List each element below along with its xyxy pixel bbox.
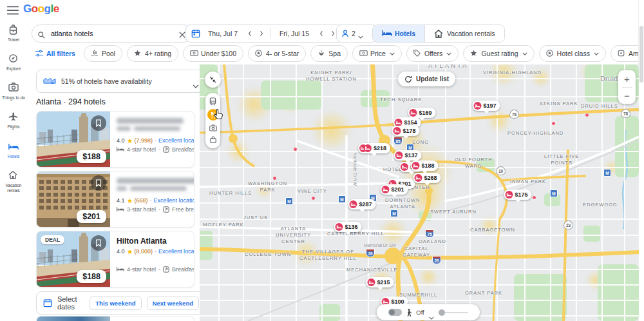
next-weekend-button[interactable]: Next weekend xyxy=(147,297,199,310)
tab-vacation-rentals[interactable]: Vacation rentals xyxy=(424,25,504,42)
google-logo[interactable]: Google xyxy=(23,3,59,15)
tab-hotels[interactable]: Hotels xyxy=(373,25,424,42)
checkin-next-icon[interactable] xyxy=(257,29,266,38)
metro-station-icon[interactable]: M xyxy=(603,169,611,177)
map-price-marker[interactable]: $175 xyxy=(504,190,531,200)
filter-chip-price[interactable]: Price xyxy=(352,45,402,62)
metro-station-icon[interactable]: M xyxy=(390,209,398,217)
sidebar-item-explore[interactable]: Explore xyxy=(0,54,27,72)
location-link[interactable]: Excellent location xyxy=(158,248,194,255)
map-price-marker[interactable]: $215 xyxy=(366,277,393,287)
hotel-marker-icon xyxy=(412,162,419,170)
caret-down-icon[interactable] xyxy=(429,311,434,314)
partial-hotel-card[interactable] xyxy=(36,316,194,321)
review-count[interactable]: (7,998) xyxy=(135,137,153,144)
zoom-slider[interactable] xyxy=(439,312,468,313)
hotel-dot-marker[interactable] xyxy=(585,113,589,117)
pegman-icon[interactable] xyxy=(406,308,412,316)
hotel-dot-marker[interactable] xyxy=(293,147,298,151)
review-count[interactable]: (8,000) xyxy=(135,248,153,255)
hotel-photo[interactable]: $188 xyxy=(37,112,110,167)
map-price-marker[interactable]: $287 xyxy=(348,199,375,209)
hotel-marker-icon xyxy=(409,109,417,117)
search-input[interactable] xyxy=(50,29,174,38)
availability-banner[interactable]: 51% of hotels have availability xyxy=(36,70,206,93)
sidebar-item-flights[interactable]: Flights xyxy=(0,112,27,130)
circlestar-icon xyxy=(255,50,263,57)
search-box[interactable] xyxy=(32,24,192,43)
map-price-marker[interactable]: $137 xyxy=(393,150,421,160)
date-range-picker[interactable]: Thu, Jul 7 Fri, Jul 15 xyxy=(185,24,343,43)
sidebar-item-vacation-rentals[interactable]: Vacation rentals xyxy=(0,170,27,193)
map-price-marker[interactable]: $201 xyxy=(380,184,408,195)
map-price-marker[interactable]: $188 xyxy=(410,160,438,171)
update-list-button[interactable]: Update list xyxy=(398,72,455,86)
marker-price: $215 xyxy=(377,279,390,286)
filter-chip-hotel-class[interactable]: Hotel class xyxy=(539,45,606,62)
street-view-toggle[interactable] xyxy=(388,309,402,316)
hotel-name[interactable]: Hilton Atlanta xyxy=(117,237,187,246)
guests-selector[interactable]: 2 xyxy=(336,24,377,43)
zoom-out-button[interactable]: − xyxy=(618,88,636,104)
checkin-date[interactable]: Thu, Jul 7 xyxy=(203,30,243,37)
checkin-prev-icon[interactable] xyxy=(245,29,254,38)
hotel-marker-icon xyxy=(367,278,375,286)
bookmark-button[interactable] xyxy=(91,115,106,131)
select-dates-bar: Select dates This weekend Next weekend xyxy=(36,291,206,315)
sidebar-item-hotels[interactable]: Hotels xyxy=(0,141,27,159)
zoom-in-button[interactable]: + xyxy=(618,71,636,87)
hotel-dot-marker[interactable] xyxy=(311,196,316,200)
page-scrollbar[interactable] xyxy=(638,0,644,321)
scrollbar-thumb[interactable] xyxy=(639,26,643,83)
price-tag: $188 xyxy=(77,150,106,163)
map-price-marker[interactable]: $136 xyxy=(334,222,361,232)
map-canvas[interactable]: KNIGHT PARK/ HOWELL STATIONATLANTAVIRGIN… xyxy=(200,64,639,321)
map-price-marker[interactable]: $197 xyxy=(472,101,500,111)
map-zoom-control: + − xyxy=(618,70,636,104)
location-link[interactable]: Excellent location xyxy=(154,197,194,204)
shopping-layer-icon[interactable] xyxy=(209,135,217,144)
filter-chip-spa[interactable]: Spa xyxy=(310,45,348,62)
filter-chip-under-100[interactable]: Under $100 xyxy=(183,45,243,62)
metro-station-icon[interactable]: M xyxy=(338,195,346,203)
filter-chip-guest-rating[interactable]: Guest rating xyxy=(463,45,534,62)
transit-layer-icon[interactable] xyxy=(209,97,217,106)
sidebar-item-travel[interactable]: Travel xyxy=(0,24,27,43)
review-count[interactable]: (668) xyxy=(135,197,148,204)
star-icon xyxy=(127,138,133,144)
attractions-layer-icon[interactable] xyxy=(209,124,217,132)
hotel-dot-marker[interactable] xyxy=(532,195,536,200)
hotel-card[interactable]: $201 4.1 (668) · Excellent location · 3-… xyxy=(36,171,194,228)
hotel-photo[interactable]: $201 xyxy=(37,171,110,227)
bed-icon xyxy=(117,146,124,153)
metro-station-icon[interactable]: M xyxy=(550,190,558,197)
all-filters-button[interactable]: All filters xyxy=(32,46,79,61)
filter-chip-pool[interactable]: Pool xyxy=(84,45,122,62)
metro-station-icon[interactable]: M xyxy=(285,197,293,205)
hotel-card[interactable]: $188 4.0 (7,998) · Excellent location · … xyxy=(36,111,194,168)
bookmark-button[interactable] xyxy=(91,175,106,191)
map-price-marker[interactable]: $178 xyxy=(392,126,419,136)
map-price-marker[interactable]: $268 xyxy=(413,173,440,183)
chevron-down-icon[interactable] xyxy=(193,79,199,83)
map-label: THE VILLAGES OF CASTLEBERRY HILL xyxy=(299,249,357,262)
location-link[interactable]: Excellent location xyxy=(158,137,194,144)
hotel-dot-marker[interactable] xyxy=(272,176,277,180)
hotel-dot-marker[interactable] xyxy=(551,121,556,126)
filter-chip-4-rating[interactable]: 4+ rating xyxy=(127,45,178,62)
menu-icon[interactable] xyxy=(6,5,19,15)
collapse-map-button[interactable] xyxy=(205,72,221,88)
map-price-marker[interactable]: $218 xyxy=(358,143,390,153)
checkout-prev-icon[interactable] xyxy=(317,29,326,38)
map-price-marker[interactable]: $169 xyxy=(408,108,435,118)
map-label: MECHANICSVILLE xyxy=(346,267,397,273)
this-weekend-button[interactable]: This weekend xyxy=(90,297,141,310)
filter-chip-row: All filtersPool4+ ratingUnder $1004- or … xyxy=(32,46,637,61)
hotel-card[interactable]: DEAL $188 Hilton Atlanta 4.0 (8,000) · E… xyxy=(36,231,194,287)
hotel-photo[interactable]: DEAL $188 xyxy=(37,231,110,287)
filter-chip-4-or-5-star[interactable]: 4- or 5-star xyxy=(248,45,306,62)
filter-chip-offers[interactable]: Offers xyxy=(406,45,459,62)
bookmark-button[interactable] xyxy=(91,235,106,251)
sidebar-item-things-to-do[interactable]: Things to do xyxy=(0,83,27,101)
checkout-date[interactable]: Fri, Jul 15 xyxy=(274,30,314,37)
